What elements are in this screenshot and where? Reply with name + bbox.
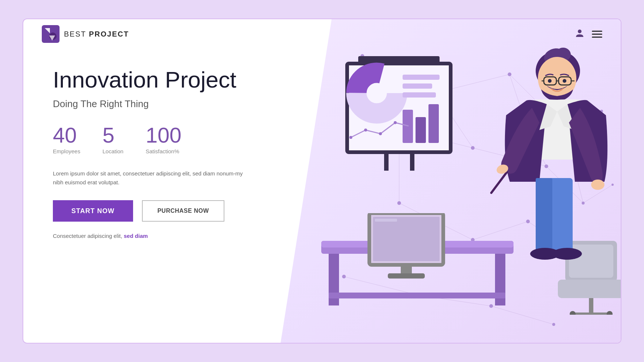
svg-rect-63 bbox=[410, 152, 414, 171]
svg-rect-62 bbox=[384, 152, 389, 171]
whiteboard-illustration bbox=[336, 56, 477, 174]
svg-point-76 bbox=[591, 180, 604, 190]
left-content: Innovation Project Doing The Right Thing… bbox=[53, 67, 267, 239]
stat-satisfaction-label: Satisfaction% bbox=[146, 148, 179, 154]
footer-text-bold: sed diam bbox=[124, 233, 148, 239]
svg-point-80 bbox=[552, 248, 582, 260]
svg-rect-55 bbox=[416, 117, 426, 143]
svg-point-57 bbox=[349, 136, 352, 139]
logo-area: BEST PROJECT bbox=[42, 25, 129, 43]
svg-point-50 bbox=[369, 86, 384, 100]
svg-point-60 bbox=[394, 121, 397, 124]
svg-rect-52 bbox=[403, 83, 432, 89]
main-card: BEST PROJECT Innovation Project Doing Th… bbox=[23, 18, 621, 344]
stats-row: 40 Employees 5 Location 100 Satisfaction… bbox=[53, 124, 267, 154]
svg-point-73 bbox=[548, 79, 552, 83]
body-text: Lorem ipsum dolor sit amet, consectetuer… bbox=[53, 169, 245, 187]
hamburger-menu-icon[interactable] bbox=[592, 31, 602, 38]
svg-point-74 bbox=[563, 79, 566, 83]
logo-bold: PROJECT bbox=[89, 30, 129, 38]
header: BEST PROJECT bbox=[23, 19, 621, 49]
logo-text: BEST PROJECT bbox=[64, 30, 129, 38]
buttons-row: START NOW PURCHASE NOW bbox=[53, 200, 267, 222]
footer-text: Consectetuer adipiscing elit, sed diam bbox=[53, 233, 267, 239]
stat-employees-number: 40 bbox=[53, 124, 77, 146]
svg-line-75 bbox=[491, 172, 507, 193]
stat-employees-label: Employees bbox=[53, 148, 80, 154]
main-title: Innovation Project bbox=[53, 67, 267, 92]
user-icon[interactable] bbox=[575, 28, 584, 40]
sub-title: Doing The Right Thing bbox=[53, 98, 267, 110]
stat-employees: 40 Employees bbox=[53, 124, 80, 154]
stat-location: 5 Location bbox=[102, 124, 123, 154]
purchase-now-button[interactable]: PURCHASE NOW bbox=[142, 200, 224, 222]
svg-rect-78 bbox=[536, 178, 552, 252]
svg-rect-91 bbox=[388, 273, 425, 279]
svg-rect-51 bbox=[403, 75, 440, 80]
logo-icon bbox=[42, 25, 60, 43]
stat-location-number: 5 bbox=[102, 124, 114, 146]
desk-scene bbox=[314, 41, 610, 344]
stat-satisfaction: 100 Satisfaction% bbox=[146, 124, 182, 154]
svg-point-59 bbox=[379, 132, 382, 135]
stat-satisfaction-number: 100 bbox=[146, 124, 182, 146]
svg-point-61 bbox=[409, 125, 411, 128]
svg-rect-53 bbox=[403, 92, 436, 98]
svg-point-45 bbox=[578, 30, 582, 33]
start-now-button[interactable]: START NOW bbox=[53, 200, 133, 222]
svg-rect-88 bbox=[373, 217, 440, 261]
svg-rect-56 bbox=[428, 104, 439, 143]
footer-text-plain: Consectetuer adipiscing elit, bbox=[53, 233, 124, 239]
svg-rect-90 bbox=[401, 265, 412, 274]
svg-rect-89 bbox=[375, 219, 397, 222]
header-nav bbox=[575, 28, 602, 40]
person-illustration bbox=[458, 41, 613, 329]
stat-location-label: Location bbox=[102, 148, 123, 154]
monitor-illustration bbox=[366, 213, 447, 280]
svg-point-58 bbox=[364, 129, 367, 132]
logo-plain: BEST bbox=[64, 30, 89, 38]
